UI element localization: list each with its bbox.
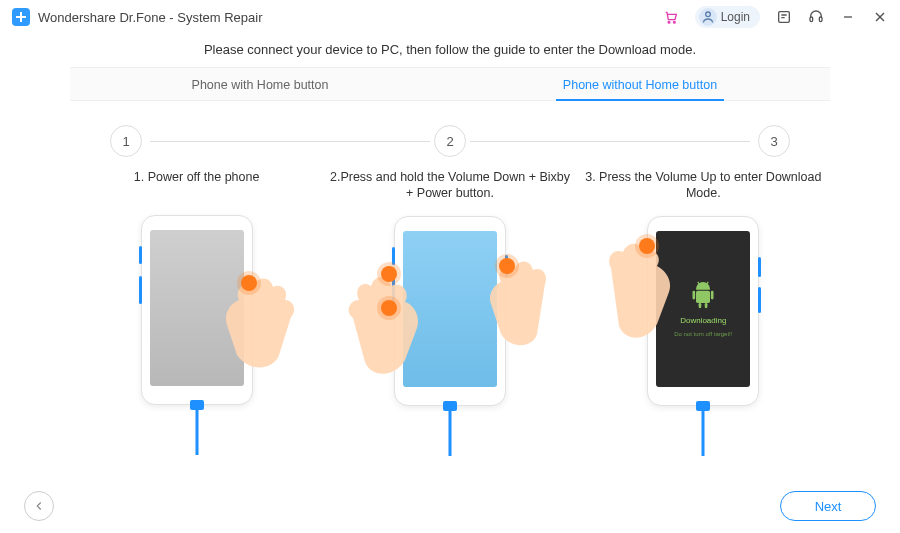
- svg-point-2: [668, 21, 670, 23]
- svg-rect-13: [711, 291, 714, 300]
- titlebar: Wondershare Dr.Fone - System Repair Logi…: [0, 0, 900, 34]
- android-icon: [689, 280, 717, 310]
- next-button[interactable]: Next: [780, 491, 876, 521]
- feedback-icon[interactable]: [776, 9, 792, 25]
- step-2-illustration: [329, 216, 570, 456]
- svg-rect-12: [693, 291, 696, 300]
- tab-without-home[interactable]: Phone without Home button: [450, 68, 830, 100]
- login-label: Login: [721, 10, 750, 24]
- app-title: Wondershare Dr.Fone - System Repair: [38, 10, 262, 25]
- minimize-button[interactable]: [840, 9, 856, 25]
- step-1: 1. Power off the phone: [70, 169, 323, 456]
- arrow-left-icon: [32, 499, 46, 513]
- tab-with-home[interactable]: Phone with Home button: [70, 68, 450, 100]
- svg-point-4: [705, 12, 710, 17]
- svg-point-3: [673, 21, 675, 23]
- user-icon: [699, 8, 717, 26]
- step-2: 2.Press and hold the Volume Down + Bixby…: [323, 169, 576, 456]
- cart-icon[interactable]: [663, 9, 679, 25]
- instruction-text: Please connect your device to PC, then f…: [70, 42, 830, 57]
- tab-without-home-label: Phone without Home button: [563, 78, 717, 92]
- tab-with-home-label: Phone with Home button: [192, 78, 329, 92]
- download-subtitle: Do not turn off target!!: [674, 331, 732, 337]
- step-circle-1: 1: [110, 125, 142, 157]
- step-1-label: 1. Power off the phone: [76, 169, 317, 201]
- login-button[interactable]: Login: [695, 6, 760, 28]
- close-button[interactable]: [872, 9, 888, 25]
- svg-rect-6: [810, 17, 813, 22]
- step-2-label: 2.Press and hold the Volume Down + Bixby…: [329, 169, 570, 202]
- svg-rect-14: [699, 303, 702, 308]
- mode-tabs: Phone with Home button Phone without Hom…: [70, 67, 830, 101]
- footer: Next: [0, 491, 900, 521]
- back-button[interactable]: [24, 491, 54, 521]
- steps-row: 1. Power off the phone 2.Press and hold …: [70, 169, 830, 456]
- svg-rect-7: [819, 17, 822, 22]
- svg-rect-15: [705, 303, 708, 308]
- app-logo-icon: [12, 8, 30, 26]
- download-title: Downloading: [680, 316, 726, 325]
- step-3: 3. Press the Volume Up to enter Download…: [577, 169, 830, 456]
- step-circle-2: 2: [434, 125, 466, 157]
- main-content: Please connect your device to PC, then f…: [0, 34, 900, 456]
- step-3-label: 3. Press the Volume Up to enter Download…: [583, 169, 824, 202]
- support-icon[interactable]: [808, 9, 824, 25]
- svg-rect-11: [696, 291, 710, 303]
- svg-rect-1: [16, 16, 26, 18]
- step-circle-3: 3: [758, 125, 790, 157]
- step-track: 1 2 3: [110, 125, 790, 157]
- step-1-illustration: [76, 215, 317, 455]
- next-button-label: Next: [815, 499, 842, 514]
- step-3-illustration: Downloading Do not turn off target!!: [583, 216, 824, 456]
